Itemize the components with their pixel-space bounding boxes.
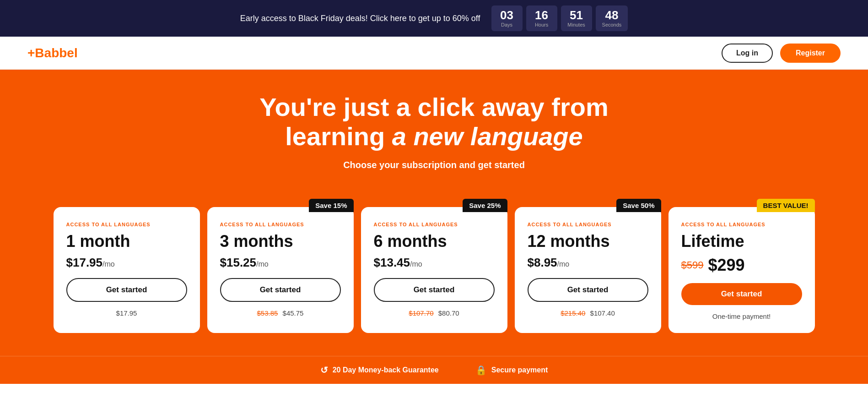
moneyback-text: 20 Day Money-back Guarantee bbox=[333, 366, 439, 374]
hero-title-italic: a new language bbox=[392, 122, 583, 151]
top-banner[interactable]: Early access to Black Friday deals! Clic… bbox=[0, 0, 868, 37]
hero-section: You're just a click away from learning a… bbox=[0, 70, 868, 207]
hero-subtitle: Choose your subscription and get started bbox=[18, 160, 850, 170]
countdown-minutes: 51 Minutes bbox=[561, 5, 592, 31]
card-access-lifetime: ACCESS TO ALL LANGUAGES bbox=[681, 222, 766, 227]
card-total-3months: $53.85 $45.75 bbox=[220, 309, 341, 317]
bottom-feature-secure: 🔒 Secure payment bbox=[475, 365, 548, 376]
hours-value: 16 bbox=[533, 9, 551, 21]
pricing-card-1month: ACCESS TO ALL LANGUAGES 1 month $17.95/m… bbox=[54, 207, 200, 333]
countdown-days: 03 Days bbox=[491, 5, 523, 31]
days-value: 03 bbox=[498, 9, 516, 21]
badge-6months: Save 25% bbox=[463, 199, 507, 212]
total-original-6months: $107.70 bbox=[409, 309, 433, 317]
countdown-wrapper: 03 Days 16 Hours 51 Minutes 48 Seconds bbox=[491, 5, 628, 31]
price-value-6months: $13.45 bbox=[374, 256, 410, 269]
card-price-lifetime: $599 $299 bbox=[681, 256, 745, 275]
badge-12months: Save 50% bbox=[616, 199, 661, 212]
total-original-12months: $215.40 bbox=[561, 309, 585, 317]
pricing-card-3months: Save 15% ACCESS TO ALL LANGUAGES 3 month… bbox=[207, 207, 354, 333]
card-access-1month: ACCESS TO ALL LANGUAGES bbox=[66, 222, 151, 227]
pricing-card-6months: Save 25% ACCESS TO ALL LANGUAGES 6 month… bbox=[361, 207, 507, 333]
per-mo-12months: /mo bbox=[557, 260, 570, 268]
pricing-card-12months: Save 50% ACCESS TO ALL LANGUAGES 12 mont… bbox=[515, 207, 661, 333]
total-value-6months: $80.70 bbox=[438, 309, 459, 317]
card-price-3months: $15.25/mo bbox=[220, 256, 269, 270]
days-label: Days bbox=[498, 22, 516, 27]
cta-button-1month[interactable]: Get started bbox=[66, 278, 187, 302]
seconds-value: 48 bbox=[602, 9, 622, 21]
hero-title: You're just a click away from learning a… bbox=[18, 93, 850, 152]
moneyback-icon: ↺ bbox=[320, 365, 328, 376]
card-total-1month: $17.95 bbox=[66, 309, 187, 317]
secure-text: Secure payment bbox=[491, 366, 548, 374]
card-access-12months: ACCESS TO ALL LANGUAGES bbox=[528, 222, 612, 227]
login-button[interactable]: Log in bbox=[722, 44, 773, 63]
card-access-3months: ACCESS TO ALL LANGUAGES bbox=[220, 222, 304, 227]
logo[interactable]: +Babbel bbox=[27, 46, 78, 60]
cta-button-3months[interactable]: Get started bbox=[220, 278, 341, 302]
total-value-1month: $17.95 bbox=[116, 309, 137, 317]
card-period-1month: 1 month bbox=[66, 232, 130, 251]
price-value-1month: $17.95 bbox=[66, 256, 103, 269]
register-button[interactable]: Register bbox=[780, 44, 841, 63]
price-value-3months: $15.25 bbox=[220, 256, 257, 269]
minutes-label: Minutes bbox=[567, 22, 586, 27]
card-period-6months: 6 months bbox=[374, 232, 447, 251]
per-mo-1month: /mo bbox=[102, 260, 115, 268]
per-mo-3months: /mo bbox=[256, 260, 269, 268]
cta-button-lifetime[interactable]: Get started bbox=[681, 283, 802, 305]
price-current-lifetime: $299 bbox=[708, 256, 744, 275]
price-value-12months: $8.95 bbox=[528, 256, 557, 269]
per-mo-6months: /mo bbox=[410, 260, 422, 268]
pricing-card-lifetime: BEST VALUE! ACCESS TO ALL LANGUAGES Life… bbox=[669, 207, 815, 333]
bottom-feature-moneyback: ↺ 20 Day Money-back Guarantee bbox=[320, 365, 439, 376]
card-price-6months: $13.45/mo bbox=[374, 256, 422, 270]
seconds-label: Seconds bbox=[602, 22, 622, 27]
card-access-6months: ACCESS TO ALL LANGUAGES bbox=[374, 222, 458, 227]
badge-3months: Save 15% bbox=[309, 199, 353, 212]
total-value-3months: $45.75 bbox=[283, 309, 304, 317]
total-original-3months: $53.85 bbox=[257, 309, 278, 317]
hero-title-line2-normal: learning bbox=[285, 122, 392, 151]
card-period-lifetime: Lifetime bbox=[681, 232, 744, 251]
card-total-12months: $215.40 $107.40 bbox=[528, 309, 648, 317]
minutes-value: 51 bbox=[567, 9, 586, 21]
card-total-6months: $107.70 $80.70 bbox=[374, 309, 495, 317]
card-price-1month: $17.95/mo bbox=[66, 256, 115, 270]
bottom-bar: ↺ 20 Day Money-back Guarantee 🔒 Secure p… bbox=[0, 356, 868, 384]
card-price-12months: $8.95/mo bbox=[528, 256, 570, 270]
price-original-lifetime: $599 bbox=[681, 259, 704, 271]
badge-lifetime: BEST VALUE! bbox=[757, 199, 815, 212]
banner-text: Early access to Black Friday deals! Clic… bbox=[240, 14, 480, 23]
countdown-seconds: 48 Seconds bbox=[596, 5, 628, 31]
card-period-12months: 12 months bbox=[528, 232, 610, 251]
pricing-wrapper: ACCESS TO ALL LANGUAGES 1 month $17.95/m… bbox=[0, 207, 868, 356]
countdown-hours: 16 Hours bbox=[526, 5, 557, 31]
header: +Babbel Log in Register bbox=[0, 37, 868, 70]
hero-title-line1: You're just a click away from bbox=[259, 93, 608, 121]
cta-button-6months[interactable]: Get started bbox=[374, 278, 495, 302]
card-one-time-lifetime: One-time payment! bbox=[681, 312, 802, 320]
cta-button-12months[interactable]: Get started bbox=[528, 278, 648, 302]
hours-label: Hours bbox=[533, 22, 551, 27]
card-period-3months: 3 months bbox=[220, 232, 293, 251]
secure-icon: 🔒 bbox=[475, 365, 487, 376]
total-value-12months: $107.40 bbox=[590, 309, 615, 317]
header-actions: Log in Register bbox=[722, 44, 841, 63]
